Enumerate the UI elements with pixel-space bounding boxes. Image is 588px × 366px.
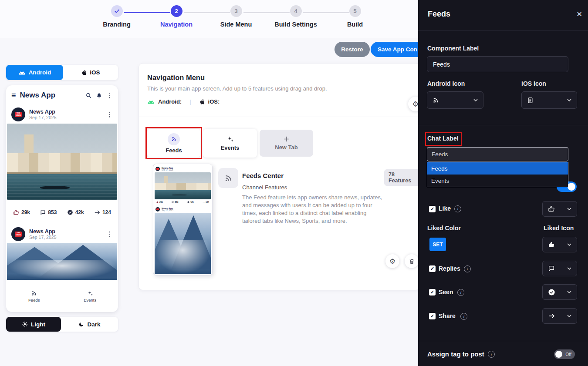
preview-tab-label: Events [84,298,96,302]
platform-android-label: Android [29,69,51,76]
apple-icon [199,98,205,105]
post-kebab-icon[interactable]: ⋮ [106,230,113,238]
info-icon[interactable]: i [488,351,495,358]
replies-icon-dropdown[interactable] [542,261,577,276]
info-icon[interactable]: i [460,313,467,320]
step-label: Build Settings [274,21,317,28]
post-author: News App [29,228,56,235]
share-label: Share [439,312,456,319]
preview-app-header: ≡ News App ⋮ [6,85,118,105]
preview-tab-feeds[interactable]: Feeds [6,290,62,302]
thumbs-up-outline-icon [548,205,555,212]
tab-feeds[interactable]: Feeds [147,129,200,158]
info-icon[interactable]: i [464,265,471,272]
platform-ios-button[interactable]: iOS [63,65,118,80]
feeds-settings-panel: Feeds × Component Label Android Icon iOS… [418,0,588,366]
component-label-input[interactable] [427,56,568,72]
sparkle-icon [87,290,93,296]
post-kebab-icon[interactable]: ⋮ [106,111,113,118]
shares-stat[interactable]: 124 [94,209,111,215]
info-icon[interactable]: i [457,289,464,296]
moon-icon [78,322,84,327]
divider [418,125,588,125]
vertical-divider: | [189,98,191,105]
likes-stat[interactable]: 29k [13,209,30,215]
step-number-circle: 3 [230,5,242,17]
chevron-down-icon [567,243,571,246]
seen-checkbox[interactable]: ✓ [429,289,436,295]
rss-icon [168,133,180,145]
tab-new-tab[interactable]: New Tab [260,130,313,157]
check-icon [114,8,120,14]
seen-check-icon [187,201,189,203]
stepper-step-build[interactable]: 5 Build [329,5,381,28]
toggle-off-label: Off [565,352,571,357]
post-header: THENEWS News App Sep 17, 2025 ⋮ [6,225,118,243]
nav-menu-title: Navigation Menu [147,74,205,82]
restore-button[interactable]: Restore [335,42,370,57]
assign-tag-label: Assign tag to post [427,350,484,358]
comments-stat[interactable]: 853 [40,209,57,215]
theme-dark-label: Dark [87,321,100,328]
component-label-caption: Component Label [427,45,479,52]
feature-delete-trash-button[interactable] [405,254,419,268]
ios-icon-dropdown[interactable] [521,91,577,109]
seen-icon-dropdown[interactable] [542,284,577,300]
theme-light-button[interactable]: Light [6,317,61,332]
feature-settings-gear-button[interactable]: ⚙ [385,254,399,268]
liked-icon-dropdown[interactable] [542,237,577,252]
step-number-circle: 2 [171,5,182,17]
news-badge: THENEWS [15,112,22,117]
preview-app-title: News App [20,91,56,100]
mini-post-image-mountains [155,213,211,274]
android-icon [147,99,155,104]
plus-icon [283,136,290,142]
seen-stat[interactable]: 42k [67,209,84,215]
feature-rss-icon-square [218,168,238,188]
thumbs-up-icon [156,201,159,203]
tab-events[interactable]: Events [203,129,257,158]
bell-icon[interactable] [96,92,102,99]
chat-label-options-list: Feeds Events [427,162,568,187]
avatar [155,167,160,171]
like-icon-dropdown[interactable] [542,201,577,217]
stepper-step-navigation[interactable]: 2 Navigation [150,5,203,28]
nav-ios-label: iOS: [208,98,220,105]
stepper-step-build-settings[interactable]: 4 Build Settings [270,5,322,28]
like-checkbox[interactable]: ✓ [429,206,436,212]
share-icon-dropdown[interactable] [542,308,577,324]
share-checkbox[interactable]: ✓ [429,313,436,319]
assign-tag-toggle[interactable]: Off [554,349,575,359]
replies-checkbox[interactable]: ✓ [429,265,436,272]
divider [139,117,420,117]
search-icon[interactable] [85,92,92,99]
chevron-down-icon [473,99,478,101]
rss-icon [31,290,37,296]
sparkle-icon [226,135,234,143]
share-arrow-icon [94,209,100,215]
mini-post-date: Sep 17, 2025 [162,169,173,171]
android-icon [18,70,26,75]
thumbs-up-filled-icon [548,241,555,248]
step-label: Build [347,21,363,28]
hamburger-menu-icon[interactable]: ≡ [11,91,16,99]
preview-tab-events[interactable]: Events [62,290,118,302]
chat-label-select[interactable]: Feeds [427,147,568,161]
seen-label: Seen [439,289,453,295]
option-feeds[interactable]: Feeds [427,162,568,175]
close-icon[interactable]: × [577,9,582,19]
kebab-menu-icon[interactable]: ⋮ [106,91,113,99]
info-icon[interactable]: i [454,205,461,212]
step-label: Side Menu [220,21,252,28]
liked-color-set-button[interactable]: SET [429,238,446,251]
step-label: Branding [103,21,131,28]
stepper-step-side-menu[interactable]: 3 Side Menu [210,5,262,28]
android-icon-dropdown[interactable] [427,91,483,109]
platform-android-button[interactable]: Android [6,65,63,80]
thumbs-up-icon [13,209,19,215]
option-events[interactable]: Events [427,175,568,187]
chevron-down-icon [567,267,571,270]
theme-dark-button[interactable]: Dark [61,317,118,332]
stepper-step-branding[interactable]: Branding [91,5,143,28]
avatar: THENEWS [11,227,25,241]
